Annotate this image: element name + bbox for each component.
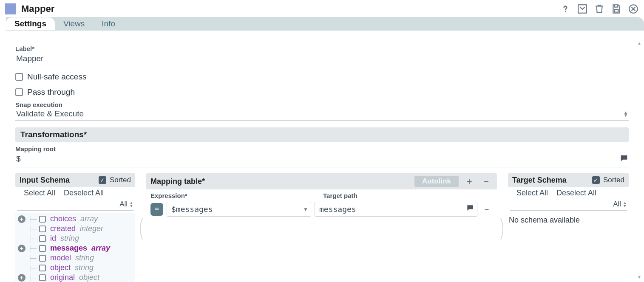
schema-node-original[interactable]: +originalobject — [18, 273, 133, 282]
tree-branch-icon — [27, 255, 37, 262]
schema-node-name: original — [50, 273, 75, 282]
tree-branch-icon — [27, 235, 37, 242]
mapping-table-panel: Mapping table* Autolink ＋ － Expression* … — [146, 173, 497, 282]
validate-icon[interactable] — [577, 3, 588, 14]
target-schema-filter-input[interactable] — [510, 199, 613, 209]
schema-node-messages[interactable]: +messagesarray — [18, 243, 133, 253]
schema-node-checkbox[interactable] — [39, 226, 46, 232]
stepper-icon[interactable]: ▲▼ — [624, 111, 628, 117]
tab-settings[interactable]: Settings — [6, 17, 55, 30]
add-mapping-row-button[interactable]: ＋ — [463, 175, 476, 188]
schema-node-checkbox[interactable] — [39, 265, 46, 271]
remove-this-row-button[interactable]: － — [481, 203, 493, 215]
null-safe-checkbox[interactable] — [15, 73, 23, 81]
suggest-icon[interactable] — [619, 154, 629, 165]
target-suggest-icon[interactable] — [466, 204, 474, 214]
stepper-icon[interactable]: ▲▼ — [623, 201, 627, 207]
remove-mapping-row-button[interactable]: － — [480, 175, 493, 188]
panel-divider-right[interactable] — [499, 173, 505, 282]
delete-icon[interactable] — [594, 3, 605, 14]
schema-node-created[interactable]: createdinteger — [18, 224, 133, 234]
mapper-snap-color-icon — [5, 3, 16, 14]
panel-divider-left[interactable] — [138, 173, 144, 282]
tree-branch-icon — [27, 226, 37, 232]
schema-node-checkbox[interactable] — [39, 274, 46, 281]
tree-branch-icon — [27, 265, 37, 271]
input-schema-sorted-checkbox[interactable] — [99, 176, 106, 184]
schema-node-choices[interactable]: +choicesarray — [18, 214, 133, 224]
expand-placeholder — [18, 225, 26, 233]
expand-icon[interactable]: + — [18, 274, 26, 282]
expression-toggle-button[interactable]: = — [150, 203, 163, 216]
schema-node-checkbox[interactable] — [39, 216, 46, 223]
mapping-row: = ▼ － — [146, 200, 497, 218]
tree-branch-icon — [27, 216, 37, 223]
expand-icon[interactable]: + — [18, 215, 26, 223]
settings-pane: Label* Null-safe access Pass through Sna… — [0, 39, 644, 282]
input-schema-filter-all[interactable]: All — [119, 200, 129, 209]
schema-node-name: model — [50, 254, 71, 262]
target-schema-filter-all[interactable]: All — [613, 200, 623, 209]
label-input[interactable] — [15, 52, 629, 66]
schema-node-name: created — [50, 224, 76, 233]
schema-node-model[interactable]: modelstring — [18, 253, 133, 263]
tree-branch-icon — [27, 245, 37, 252]
schema-node-checkbox[interactable] — [39, 255, 46, 262]
schema-node-type: array — [91, 244, 110, 253]
label-field-label: Label* — [15, 45, 629, 52]
expression-dropdown-icon[interactable]: ▼ — [303, 206, 308, 212]
schema-node-name: object — [50, 263, 71, 272]
input-schema-filter-input[interactable] — [17, 199, 119, 209]
transformations-section-title: Transformations* — [15, 127, 629, 142]
target-schema-select-all[interactable]: Select All — [516, 189, 548, 197]
target-schema-empty: No schema available — [508, 213, 629, 227]
svg-rect-2 — [615, 9, 618, 12]
expression-column-header: Expression* — [150, 192, 316, 199]
target-schema-title: Target Schema — [512, 176, 588, 185]
expand-placeholder — [18, 235, 26, 243]
schema-node-type: array — [80, 214, 98, 223]
schema-node-object[interactable]: objectstring — [18, 263, 133, 273]
schema-node-name: messages — [50, 244, 87, 253]
snap-execution-value: Validate & Execute — [16, 109, 624, 118]
pass-through-label: Pass through — [27, 87, 75, 97]
input-schema-sorted-label: Sorted — [110, 176, 131, 184]
target-schema-sorted-checkbox[interactable] — [592, 176, 600, 184]
schema-node-checkbox[interactable] — [39, 245, 46, 252]
expression-input[interactable] — [171, 202, 303, 216]
tree-branch-icon — [27, 274, 37, 281]
schema-node-checkbox[interactable] — [39, 235, 46, 242]
dialog-header: Mapper — [0, 0, 644, 17]
snap-execution-select[interactable]: Validate & Execute ▲▼ — [15, 108, 629, 121]
input-schema-tree: +choicesarraycreatedintegeridstring+mess… — [15, 213, 135, 282]
input-schema-panel: Input Schema Sorted Select All Deselect … — [15, 173, 135, 282]
expand-placeholder — [18, 264, 26, 272]
schema-node-type: integer — [80, 224, 103, 233]
svg-point-0 — [565, 11, 566, 12]
target-schema-sorted-label: Sorted — [603, 176, 624, 184]
null-safe-label: Null-safe access — [27, 72, 86, 82]
expand-icon[interactable]: + — [18, 245, 26, 252]
target-path-input[interactable] — [319, 202, 466, 216]
tab-views[interactable]: Views — [55, 17, 93, 30]
autolink-button[interactable]: Autolink — [414, 176, 459, 187]
input-schema-deselect-all[interactable]: Deselect All — [64, 189, 104, 197]
tab-info[interactable]: Info — [93, 17, 124, 30]
schema-node-type: string — [75, 263, 94, 272]
mapping-root-input[interactable] — [15, 152, 616, 165]
stepper-icon[interactable]: ▲▼ — [129, 201, 133, 207]
schema-node-type: string — [75, 254, 94, 262]
input-schema-title: Input Schema — [20, 176, 94, 185]
help-icon[interactable] — [560, 3, 571, 14]
schema-node-id[interactable]: idstring — [18, 234, 133, 243]
target-schema-deselect-all[interactable]: Deselect All — [556, 189, 596, 197]
mapping-table-title: Mapping table* — [150, 177, 410, 186]
save-icon[interactable] — [611, 3, 622, 14]
pass-through-checkbox[interactable] — [15, 88, 23, 96]
close-icon[interactable] — [628, 3, 639, 14]
mapping-root-label: Mapping root — [15, 145, 629, 152]
expand-placeholder — [18, 254, 26, 262]
target-column-header: Target path — [323, 192, 493, 199]
schema-node-name: choices — [50, 214, 76, 223]
input-schema-select-all[interactable]: Select All — [24, 189, 55, 197]
